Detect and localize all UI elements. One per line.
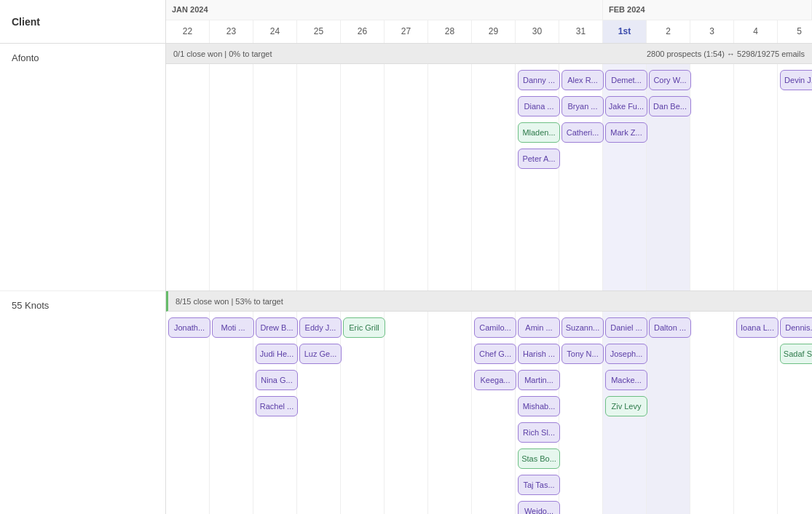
sections-area: 0/1 close won | 0% to target 2800 prospe…	[166, 44, 812, 514]
chip-5[interactable]: Camilo...	[474, 317, 516, 338]
chip-13[interactable]: Luz Ge...	[299, 344, 342, 364]
date-cell-28: 28	[428, 20, 472, 43]
date-cell-2: 2	[647, 20, 690, 43]
chip-1[interactable]: Moti ...	[212, 317, 254, 338]
chip-8[interactable]: Daniel ...	[605, 317, 647, 338]
chip-20[interactable]: Keega...	[474, 370, 516, 390]
chip-7[interactable]: Jake Fu...	[605, 96, 647, 116]
date-cell-3: 3	[690, 20, 734, 43]
chip-7[interactable]: Suzann...	[561, 317, 604, 338]
date-cell-5: 5	[778, 20, 812, 43]
client-afonto: Afonto	[0, 44, 165, 291]
section-knots: 8/15 close won | 53% to target Jonath...…	[166, 291, 812, 514]
chip-24[interactable]: Mishab...	[518, 396, 560, 416]
date-cell-25: 25	[297, 20, 341, 43]
date-cell-22: 22	[166, 20, 210, 43]
date-cell-1st: 1st	[603, 20, 647, 43]
chip-10[interactable]: Ioana L...	[736, 317, 779, 338]
chip-11[interactable]: Mark Z...	[605, 122, 647, 143]
chip-1[interactable]: Alex R...	[561, 70, 604, 90]
afonto-status-left: 0/1 close won | 0% to target	[173, 50, 272, 58]
chip-16[interactable]: Tony N...	[561, 344, 604, 364]
chip-6[interactable]: Bryan ...	[561, 96, 604, 116]
chip-2[interactable]: Drew B...	[256, 317, 298, 338]
month-feb: FEB 2024	[603, 0, 812, 20]
chip-18[interactable]: Sadaf S...	[780, 344, 812, 364]
chip-4[interactable]: Eric Grill	[343, 317, 385, 338]
chip-12[interactable]: Judi He...	[256, 344, 298, 364]
chip-3[interactable]: Eddy J...	[299, 317, 342, 338]
date-cell-27: 27	[385, 20, 428, 43]
chip-22[interactable]: Macke...	[605, 370, 647, 390]
client-column-header: Client	[0, 0, 165, 44]
date-cell-4: 4	[734, 20, 778, 43]
chip-17[interactable]: Joseph...	[605, 344, 647, 364]
chip-27[interactable]: Stas Bo...	[518, 448, 560, 469]
chip-23[interactable]: Rachel ...	[256, 396, 298, 416]
chip-19[interactable]: Nina G...	[256, 370, 298, 390]
chip-0[interactable]: Jonath...	[168, 317, 210, 338]
client-label: Client	[12, 16, 40, 28]
right-panel: JAN 2024 FEB 2024 222324252627282930311s…	[166, 0, 812, 514]
left-panel: Client Afonto 55 Knots	[0, 0, 166, 514]
chip-10[interactable]: Catheri...	[561, 122, 604, 143]
chip-11[interactable]: Dennis...	[780, 317, 812, 338]
chip-5[interactable]: Diana ...	[518, 96, 560, 116]
date-cell-31: 31	[559, 20, 603, 43]
chip-15[interactable]: Harish ...	[518, 344, 560, 364]
chip-4[interactable]: Devin J...	[780, 70, 812, 90]
chip-8[interactable]: Dan Be...	[649, 96, 691, 116]
date-cell-30: 30	[516, 20, 559, 43]
chip-14[interactable]: Chef G...	[474, 344, 516, 364]
chip-0[interactable]: Danny ...	[518, 70, 560, 90]
chip-28[interactable]: Taj Tas...	[518, 475, 560, 495]
app-container: Client Afonto 55 Knots JAN 2024 FEB 2024	[0, 0, 812, 514]
chip-12[interactable]: Peter A...	[518, 149, 560, 169]
client-knots: 55 Knots	[0, 291, 165, 514]
month-jan: JAN 2024	[166, 0, 603, 20]
chip-9[interactable]: Mladen...	[518, 122, 560, 143]
section-afonto: 0/1 close won | 0% to target 2800 prospe…	[166, 44, 812, 291]
date-cell-24: 24	[253, 20, 297, 43]
chip-26[interactable]: Rich Sl...	[518, 422, 560, 443]
date-cell-29: 29	[472, 20, 516, 43]
knots-grid: Jonath...Moti ...Drew B...Eddy J...Eric …	[166, 312, 812, 514]
chip-29[interactable]: Weido...	[518, 501, 560, 514]
afonto-status-bar: 0/1 close won | 0% to target 2800 prospe…	[166, 44, 812, 64]
chip-6[interactable]: Amin ...	[518, 317, 560, 338]
chip-25[interactable]: Ziv Levy	[605, 396, 647, 416]
afonto-status-right: 2800 prospects (1:54) ↔ 5298/19275 email…	[647, 50, 805, 58]
calendar-header: JAN 2024 FEB 2024 222324252627282930311s…	[166, 0, 812, 44]
months-row: JAN 2024 FEB 2024	[166, 0, 812, 20]
knots-status-bar: 8/15 close won | 53% to target	[166, 291, 812, 312]
knots-status: 8/15 close won | 53% to target	[176, 297, 283, 306]
chip-21[interactable]: Martin...	[518, 370, 560, 390]
chip-3[interactable]: Cory W...	[649, 70, 691, 90]
chip-9[interactable]: Dalton ...	[649, 317, 691, 338]
date-cell-23: 23	[210, 20, 253, 43]
dates-row: 222324252627282930311st2345	[166, 20, 812, 43]
client-list: Afonto 55 Knots	[0, 44, 165, 514]
chip-2[interactable]: Demet...	[605, 70, 647, 90]
afonto-grid: Danny ...Alex R...Demet...Cory W...Devin…	[166, 64, 812, 290]
date-cell-26: 26	[341, 20, 385, 43]
